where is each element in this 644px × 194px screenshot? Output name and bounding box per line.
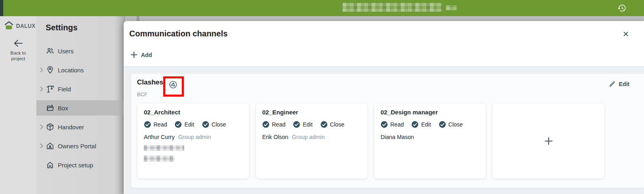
back-arrow-icon xyxy=(13,39,23,48)
nav-rail: DALUX Back to project xyxy=(0,16,36,194)
sidebar-item-label: Field xyxy=(58,86,71,93)
add-channel-button[interactable]: Add xyxy=(130,51,152,58)
permission-read: Read xyxy=(144,121,167,128)
window-corner xyxy=(0,0,3,16)
member-row: Erik Olson Group admin xyxy=(262,134,361,140)
sidebar-item-label: Users xyxy=(58,48,74,55)
dalux-house-icon xyxy=(4,21,14,30)
channel-subtitle: BCF xyxy=(137,91,147,97)
permission-close: Close xyxy=(202,121,226,128)
chevron-right-icon xyxy=(40,67,44,73)
redacted-member-line xyxy=(144,156,175,162)
back-to-project-label: Back to project xyxy=(6,50,31,61)
member-row: Arthur Curry Group admin xyxy=(144,134,242,140)
member-row: Diana Mason xyxy=(381,134,479,140)
check-circle-icon xyxy=(411,121,419,128)
settings-sidebar: Settings Users xyxy=(36,16,125,194)
permission-close: Close xyxy=(439,121,463,128)
group-card-architect[interactable]: 02_Architect Read Edit xyxy=(137,103,249,179)
redacted-member-line xyxy=(144,145,184,151)
permission-row: Read Edit Close xyxy=(262,121,361,128)
sidebar-item-users[interactable]: Users xyxy=(36,43,125,59)
chevron-right-icon xyxy=(40,86,44,92)
group-name: 02_Engineer xyxy=(262,109,361,116)
group-cards: 02_Architect Read Edit xyxy=(137,103,604,179)
permission-edit: Edit xyxy=(293,121,312,128)
channel-section-clashes: Clashes BCF Edit xyxy=(131,74,644,188)
sidebar-item-label: Locations xyxy=(58,67,84,74)
permission-row: Read Edit Close xyxy=(144,121,242,128)
bcf-swirl-icon xyxy=(168,80,178,89)
edit-button-label: Edit xyxy=(619,81,629,87)
sidebar-item-handover[interactable]: Handover xyxy=(36,119,125,135)
sidebar-item-label: Owners Portal xyxy=(58,143,96,150)
crane-icon xyxy=(46,84,55,93)
permission-row: Read Edit Close xyxy=(381,121,479,128)
plus-icon xyxy=(544,137,553,146)
sidebar-item-box[interactable]: Box xyxy=(36,100,125,116)
app-window: DALUX Back to project Settings xyxy=(0,0,644,194)
edit-channel-button[interactable]: Edit xyxy=(609,80,629,87)
redacted-project-title xyxy=(343,3,442,12)
redacted-title-suffix xyxy=(446,5,457,10)
check-circle-icon xyxy=(262,121,269,128)
package-icon xyxy=(46,122,55,131)
dalux-logo-text: DALUX xyxy=(16,22,36,29)
communication-channels-modal: Communication channels ✕ Add Clashes xyxy=(124,21,644,194)
modal-title: Communication channels xyxy=(129,29,227,38)
permission-close: Close xyxy=(320,121,345,128)
sidebar-item-label: Box xyxy=(58,105,68,112)
sidebar-item-owners-portal[interactable]: Owners Portal xyxy=(36,138,125,154)
location-pin-icon xyxy=(46,65,55,74)
chevron-right-icon xyxy=(40,143,44,149)
group-card-design-manager[interactable]: 02_Design manager Read Edit xyxy=(374,103,486,179)
settings-menu: Users Locations xyxy=(36,40,125,173)
permission-edit: Edit xyxy=(175,121,194,128)
sidebar-item-locations[interactable]: Locations xyxy=(36,62,125,78)
history-icon xyxy=(617,3,627,13)
check-circle-icon xyxy=(175,121,182,128)
house-icon xyxy=(46,160,55,169)
permission-edit: Edit xyxy=(411,121,431,128)
group-name: 02_Design manager xyxy=(381,109,479,116)
permission-read: Read xyxy=(262,121,285,128)
pencil-icon xyxy=(609,80,616,87)
plus-icon xyxy=(130,51,137,58)
member-role-badge: Group admin xyxy=(292,134,325,140)
member-name: Erik Olson xyxy=(262,134,288,140)
history-button[interactable] xyxy=(617,3,627,13)
close-button[interactable]: ✕ xyxy=(621,30,630,38)
back-to-project-button[interactable]: Back to project xyxy=(0,39,36,61)
owners-portal-icon xyxy=(46,141,55,150)
sidebar-item-label: Project setup xyxy=(58,162,93,169)
check-circle-icon xyxy=(320,121,328,128)
top-app-bar xyxy=(0,0,644,16)
check-circle-icon xyxy=(144,121,151,128)
check-circle-icon xyxy=(202,121,209,128)
add-group-card[interactable] xyxy=(492,103,604,179)
chevron-right-icon xyxy=(40,124,44,130)
group-card-engineer[interactable]: 02_Engineer Read Edit xyxy=(256,103,367,179)
member-name: Arthur Curry xyxy=(144,134,175,140)
check-circle-icon xyxy=(381,121,388,128)
member-role-badge: Group admin xyxy=(178,134,211,140)
check-circle-icon xyxy=(293,121,300,128)
settings-title: Settings xyxy=(36,16,125,32)
group-name: 02_Architect xyxy=(144,109,242,116)
member-name: Diana Mason xyxy=(381,134,414,140)
modal-body: Clashes BCF Edit xyxy=(124,67,644,194)
channel-title: Clashes xyxy=(137,78,163,86)
sidebar-item-project-setup[interactable]: Project setup xyxy=(36,157,125,173)
users-icon xyxy=(46,46,55,55)
close-icon: ✕ xyxy=(623,30,629,39)
open-box-icon xyxy=(46,103,55,112)
check-circle-icon xyxy=(439,121,446,128)
sidebar-item-field[interactable]: Field xyxy=(36,81,125,97)
dalux-logo: DALUX xyxy=(0,16,36,30)
add-button-label: Add xyxy=(141,52,152,58)
permission-read: Read xyxy=(381,121,404,128)
sidebar-item-label: Handover xyxy=(58,124,84,131)
